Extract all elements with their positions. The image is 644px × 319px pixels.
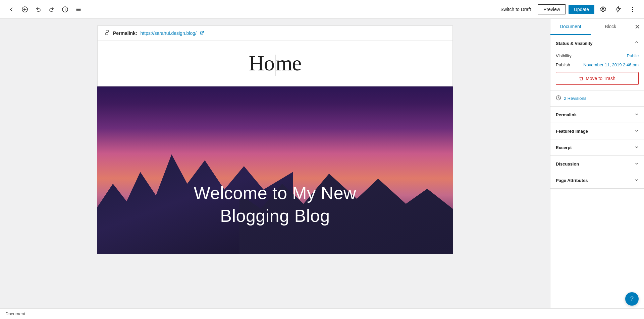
toolbar: Switch to Draft Preview Update (0, 0, 644, 19)
hero-text: Welcome to My New Blogging Blog (97, 182, 453, 227)
status-visibility-chevron (635, 41, 639, 46)
add-block-button[interactable] (19, 3, 31, 15)
lightning-button[interactable] (612, 3, 624, 15)
publish-row: Publish November 11, 2019 2:46 pm (556, 60, 639, 69)
editor-area[interactable]: Permalink: https://sarahui.design.blog/ … (0, 19, 550, 308)
discussion-chevron (635, 161, 639, 167)
featured-image-chevron (635, 128, 639, 134)
visibility-value[interactable]: Public (627, 53, 639, 58)
excerpt-title: Excerpt (556, 145, 572, 150)
redo-button[interactable] (46, 3, 58, 15)
toolbar-left (5, 3, 85, 15)
status-visibility-header[interactable]: Status & Visibility (550, 35, 644, 51)
editor-content: Permalink: https://sarahui.design.blog/ … (97, 25, 453, 254)
tab-block[interactable]: Block (591, 19, 631, 35)
featured-image-title: Featured Image (556, 129, 588, 134)
page-attributes-header[interactable]: Page Attributes (550, 172, 644, 188)
discussion-header[interactable]: Discussion (550, 156, 644, 172)
sidebar: Document Block ✕ Status & Visibility Vis… (550, 19, 644, 308)
svg-point-3 (602, 8, 604, 10)
text-cursor (275, 55, 275, 76)
section-page-attributes: Page Attributes (550, 172, 644, 189)
permalink-section-header[interactable]: Permalink (550, 107, 644, 123)
title-before-cursor: Ho (249, 51, 274, 75)
external-link-icon[interactable] (200, 31, 204, 36)
section-excerpt: Excerpt (550, 139, 644, 156)
featured-image-header[interactable]: Featured Image (550, 123, 644, 139)
section-status-visibility: Status & Visibility Visibility Public Pu… (550, 35, 644, 90)
update-button[interactable]: Update (569, 5, 594, 14)
list-view-button[interactable] (72, 3, 85, 15)
visibility-label: Visibility (556, 53, 572, 58)
hero-background: Welcome to My New Blogging Blog (97, 86, 453, 254)
preview-button[interactable]: Preview (538, 4, 566, 14)
undo-button[interactable] (32, 3, 44, 15)
publish-value[interactable]: November 11, 2019 2:46 pm (583, 62, 639, 67)
page-attributes-title: Page Attributes (556, 178, 588, 183)
permalink-url[interactable]: https://sarahui.design.blog/ (141, 30, 197, 36)
page-attributes-chevron (635, 178, 639, 183)
move-to-trash-button[interactable]: Move to Trash (556, 72, 639, 85)
section-featured-image: Featured Image (550, 123, 644, 139)
svg-point-5 (632, 9, 633, 10)
permalink-chevron (635, 112, 639, 117)
revisions-label: 2 Revisions (564, 96, 586, 101)
excerpt-header[interactable]: Excerpt (550, 139, 644, 155)
help-button[interactable]: ? (625, 292, 639, 306)
permalink-label: Permalink: (113, 30, 137, 36)
status-visibility-content: Visibility Public Publish November 11, 2… (550, 51, 644, 90)
info-button[interactable] (59, 3, 71, 15)
permalink-section-title: Permalink (556, 112, 577, 117)
page-title[interactable]: Home (249, 51, 301, 76)
sidebar-tabs: Document Block ✕ (550, 19, 644, 35)
toolbar-right: Switch to Draft Preview Update (496, 3, 639, 15)
hero-text-line1: Welcome to My New (97, 182, 453, 205)
link-icon (104, 30, 110, 37)
publish-label: Publish (556, 62, 570, 67)
status-bar: Document (0, 308, 644, 319)
section-discussion: Discussion (550, 156, 644, 172)
trash-button-label: Move to Trash (586, 76, 615, 81)
more-options-button[interactable] (627, 3, 639, 15)
main-layout: Permalink: https://sarahui.design.blog/ … (0, 19, 644, 308)
revisions-icon (556, 95, 561, 102)
revisions-row[interactable]: 2 Revisions (550, 90, 644, 107)
permalink-bar: Permalink: https://sarahui.design.blog/ (97, 25, 453, 41)
hero-block[interactable]: Welcome to My New Blogging Blog (97, 86, 453, 254)
section-permalink: Permalink (550, 107, 644, 123)
status-bar-label: Document (5, 311, 25, 316)
svg-point-4 (632, 7, 633, 8)
svg-point-6 (632, 11, 633, 12)
tab-document[interactable]: Document (550, 19, 591, 35)
excerpt-chevron (635, 145, 639, 150)
sidebar-close-button[interactable]: ✕ (631, 19, 644, 35)
hero-text-line2: Blogging Blog (97, 205, 453, 228)
visibility-row: Visibility Public (556, 51, 639, 60)
title-after-cursor: me (276, 51, 301, 75)
discussion-title: Discussion (556, 162, 579, 167)
back-button[interactable] (5, 3, 17, 15)
switch-to-draft-button[interactable]: Switch to Draft (496, 5, 535, 14)
settings-button[interactable] (597, 3, 609, 15)
status-visibility-title: Status & Visibility (556, 41, 593, 46)
title-block[interactable]: Home (97, 41, 453, 86)
svg-point-2 (65, 8, 65, 8)
